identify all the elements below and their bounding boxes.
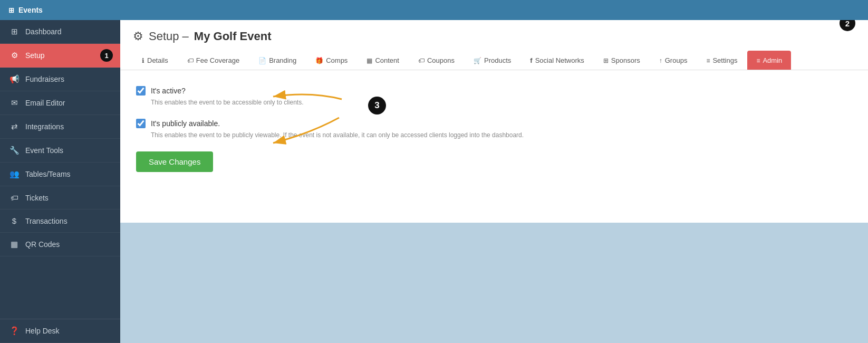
sidebar-item-qr-codes[interactable]: ▦ QR Codes [0, 233, 120, 256]
event-tools-icon: 🔧 [9, 146, 19, 155]
checkbox-public-label[interactable]: It's publicly available. [151, 119, 220, 128]
sidebar-item-event-tools[interactable]: 🔧 Event Tools [0, 139, 120, 163]
tab-details[interactable]: ℹ Details [133, 51, 177, 70]
help-icon: ❓ [9, 326, 19, 336]
fundraisers-icon: 📢 [9, 74, 19, 84]
checkbox-row-public: It's publicly available. [136, 119, 852, 128]
nav-tabs: ℹ Details 🏷 Fee Coverage 📄 Branding 🎁 Co… [133, 51, 855, 70]
email-icon: ✉ [9, 98, 19, 108]
content-tab-icon: ▦ [367, 57, 372, 64]
tab-products[interactable]: 🛒 Products [465, 51, 520, 70]
fee-coverage-tab-icon: 🏷 [187, 57, 194, 64]
tab-branding-label: Branding [269, 56, 296, 64]
tab-sponsors[interactable]: ⊞ Sponsors [594, 51, 649, 70]
setup-badge: 1 [100, 49, 113, 62]
tab-social-networks-label: Social Networks [535, 56, 584, 64]
title-prefix: Setup – [149, 30, 189, 43]
products-tab-icon: 🛒 [474, 57, 481, 64]
checkbox-active-label[interactable]: It's active? [151, 87, 186, 95]
sidebar-label-dashboard: Dashboard [25, 27, 62, 36]
branding-tab-icon: 📄 [258, 57, 266, 64]
tab-comps-label: Comps [326, 56, 348, 64]
checkbox-public-desc: This enables the event to be publicly vi… [151, 131, 852, 139]
details-tab-icon: ℹ [142, 57, 144, 64]
tab-content-label: Content [375, 56, 399, 64]
gear-icon: ⚙ [133, 30, 143, 43]
sidebar-item-integrations[interactable]: ⇄ Integrations [0, 115, 120, 139]
sidebar-item-dashboard[interactable]: ⊞ Dashboard [0, 20, 120, 44]
tab-admin[interactable]: ≡ Admin 2 [747, 51, 791, 70]
sidebar-label-transactions: Transactions [25, 217, 67, 225]
sidebar-label-fundraisers: Fundraisers [25, 75, 64, 83]
tab-comps[interactable]: 🎁 Comps [306, 51, 356, 70]
tab-settings[interactable]: ≡ Settings [697, 51, 746, 70]
page-title: ⚙ Setup – My Golf Event 2 [133, 30, 855, 43]
tab-fee-coverage[interactable]: 🏷 Fee Coverage [178, 51, 248, 70]
content-area: ⚙ Setup – My Golf Event 2 ℹ Details 🏷 Fe… [120, 20, 868, 343]
sponsors-tab-icon: ⊞ [603, 57, 609, 64]
qr-codes-icon: ▦ [9, 240, 19, 249]
form-group: It's active? This enables the event to b… [136, 86, 852, 172]
checkbox-row-active: It's active? [136, 86, 852, 96]
tab-groups[interactable]: ↑ Groups [650, 51, 697, 70]
main-content: 3 [120, 70, 868, 223]
tab-sponsors-label: Sponsors [611, 56, 640, 64]
tab-branding[interactable]: 📄 Branding [249, 51, 305, 70]
checkbox-active[interactable] [136, 86, 146, 96]
sidebar-item-setup[interactable]: ⚙ Setup 1 [0, 44, 120, 68]
sidebar-label-tickets: Tickets [25, 194, 49, 202]
tab-products-label: Products [484, 56, 511, 64]
sidebar-label-qr-codes: QR Codes [25, 240, 60, 249]
sidebar-label-integrations: Integrations [25, 122, 64, 131]
sidebar-label-tables-teams: Tables/Teams [25, 170, 71, 178]
grid-icon: ⊞ [8, 6, 14, 14]
sidebar-item-tables-teams[interactable]: 👥 Tables/Teams [0, 163, 120, 186]
step-2-badge: 2 [840, 20, 855, 31]
comps-tab-icon: 🎁 [315, 57, 323, 64]
bottom-background [120, 223, 868, 344]
tab-settings-label: Settings [712, 56, 737, 64]
sidebar-label-help-desk: Help Desk [25, 327, 60, 335]
save-changes-button[interactable]: Save Changes [136, 151, 213, 172]
sidebar-label-event-tools: Event Tools [25, 146, 63, 155]
page-header: ⚙ Setup – My Golf Event 2 ℹ Details 🏷 Fe… [120, 20, 868, 70]
tab-coupons[interactable]: 🏷 Coupons [409, 51, 464, 70]
sidebar-item-transactions[interactable]: $ Transactions [0, 209, 120, 233]
transactions-icon: $ [9, 216, 19, 225]
coupons-tab-icon: 🏷 [418, 57, 425, 64]
tab-fee-coverage-label: Fee Coverage [196, 56, 239, 64]
title-event-name: My Golf Event [194, 30, 272, 43]
sidebar-item-help-desk[interactable]: ❓ Help Desk [0, 319, 120, 343]
checkbox-public[interactable] [136, 119, 146, 128]
tab-admin-label: Admin [763, 56, 782, 64]
groups-tab-icon: ↑ [659, 57, 662, 64]
setup-icon: ⚙ [9, 51, 19, 60]
dashboard-icon: ⊞ [9, 27, 19, 36]
sidebar-item-fundraisers[interactable]: 📢 Fundraisers [0, 68, 120, 91]
tab-coupons-label: Coupons [427, 56, 455, 64]
sidebar-label-email-editor: Email Editor [25, 99, 65, 107]
integrations-icon: ⇄ [9, 122, 19, 131]
top-bar-label: Events [18, 6, 43, 14]
sidebar-item-tickets[interactable]: 🏷 Tickets [0, 186, 120, 209]
tab-groups-label: Groups [665, 56, 688, 64]
top-bar: ⊞ Events [0, 0, 868, 20]
tab-social-networks[interactable]: f Social Networks [521, 51, 593, 70]
tab-content[interactable]: ▦ Content [358, 51, 408, 70]
sidebar-label-setup: Setup [25, 51, 45, 60]
social-tab-icon: f [530, 56, 532, 64]
checkbox-active-desc: This enables the event to be accessible … [151, 99, 852, 106]
sidebar-bottom: ❓ Help Desk [0, 319, 120, 343]
tables-teams-icon: 👥 [9, 169, 19, 179]
admin-tab-icon: ≡ [756, 57, 760, 64]
tab-details-label: Details [147, 56, 168, 64]
tickets-icon: 🏷 [9, 193, 19, 202]
sidebar-item-email-editor[interactable]: ✉ Email Editor [0, 91, 120, 115]
settings-tab-icon: ≡ [706, 57, 710, 64]
sidebar: ⊞ Dashboard ⚙ Setup 1 📢 Fundraisers ✉ Em… [0, 20, 120, 343]
